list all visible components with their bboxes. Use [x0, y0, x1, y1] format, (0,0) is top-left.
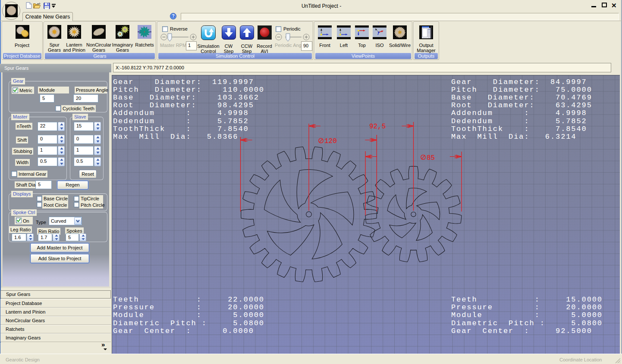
svg-text:85: 85	[427, 154, 435, 162]
svg-text:ToothThick : 7.8540: ToothThick : 7.8540	[451, 125, 587, 133]
svg-text:?: ?	[172, 14, 174, 19]
svg-text:Gear Center : 92.5000: Gear Center : 92.5000	[451, 327, 592, 335]
svg-text:Max Mill Dia: 6.3214: Max Mill Dia: 6.3214	[451, 133, 576, 141]
svg-text:120: 120	[324, 137, 337, 145]
svg-text:Gear Diameter: 84.9997: Gear Diameter: 84.9997	[451, 78, 587, 86]
svg-text:Addendum : 4.9998: Addendum : 4.9998	[113, 109, 249, 117]
svg-text:ToothThick : 7.8540: ToothThick : 7.8540	[113, 125, 249, 133]
svg-text:Teeth : 15.0000: Teeth : 15.0000	[451, 296, 603, 304]
svg-text:Diametric Pitch : 5.0800: Diametric Pitch : 5.0800	[451, 319, 603, 327]
svg-text:Module : 5.0000: Module : 5.0000	[451, 311, 603, 319]
svg-text:Pressure : 20.0000: Pressure : 20.0000	[451, 303, 603, 311]
svg-text:Pitch Diameter: 75.0000: Pitch Diameter: 75.0000	[451, 86, 592, 94]
svg-text:Root Diameter: 63.4295: Root Diameter: 63.4295	[451, 101, 592, 109]
svg-text:Base Diameter: 103.3662: Base Diameter: 103.3662	[113, 93, 259, 102]
svg-text:Teeth : 22.0000: Teeth : 22.0000	[113, 296, 264, 304]
svg-text:Dedendum : 5.7852: Dedendum : 5.7852	[113, 117, 249, 125]
svg-text:Root Diameter: 98.4295: Root Diameter: 98.4295	[113, 101, 254, 109]
svg-text:Addendum : 4.9998: Addendum : 4.9998	[451, 109, 587, 117]
svg-text:92,5: 92,5	[369, 123, 386, 131]
svg-text:Gear Center : 0.0000: Gear Center : 0.0000	[113, 327, 254, 335]
svg-text:Dedendum : 5.7852: Dedendum : 5.7852	[451, 117, 587, 125]
svg-text:Max Mill Dia: 5.8366: Max Mill Dia: 5.8366	[113, 133, 238, 141]
svg-text:Diametric Pitch : 5.0800: Diametric Pitch : 5.0800	[113, 319, 264, 327]
svg-text:Base Diameter: 70.4769: Base Diameter: 70.4769	[451, 93, 592, 102]
svg-text:Pitch Diameter: 110.0000: Pitch Diameter: 110.0000	[113, 86, 264, 94]
svg-text:Gear Diameter: 119.9997: Gear Diameter: 119.9997	[113, 78, 254, 86]
svg-text:Module : 5.0000: Module : 5.0000	[113, 311, 264, 319]
svg-text:Pressure : 20.0000: Pressure : 20.0000	[113, 303, 264, 311]
